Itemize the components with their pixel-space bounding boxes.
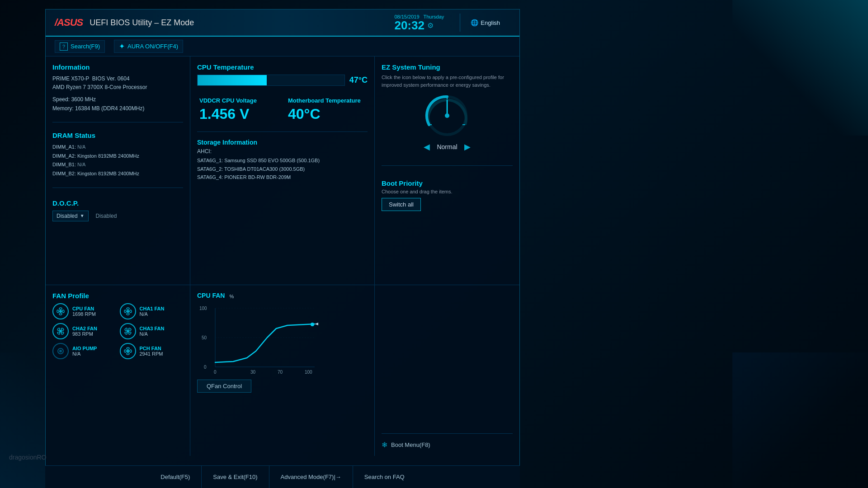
mb-temp-title: Motherboard Temperature (288, 97, 365, 104)
save-exit-button[interactable]: Save & Exit(F10) (202, 466, 269, 488)
right-panel: EZ System Tuning Click the icon below to… (375, 56, 519, 285)
fan-item-pch: PCH FAN 2941 RPM (120, 343, 184, 359)
toolbar: ? Search(F9) ✦ AURA ON/OFF(F4) (46, 37, 519, 56)
cha1-fan-name: CHA1 FAN (140, 306, 165, 311)
svg-text:0: 0 (214, 370, 217, 375)
metrics-grid: VDDCR CPU Voltage 1.456 V Motherboard Te… (197, 95, 368, 125)
docp-select[interactable]: Disabled ▼ (52, 211, 89, 221)
voltage-title: VDDCR CPU Voltage (199, 97, 277, 104)
boot-priority-desc: Choose one and drag the items. (382, 189, 513, 194)
docp-status: Disabled (96, 213, 117, 219)
fan-item-aio: AIO PUMP N/A (52, 343, 116, 359)
content-area: Information PRIME X570-P BIOS Ver. 0604 … (46, 56, 519, 456)
cpu-fan-icon (52, 303, 69, 319)
snowflake-icon: ❄ (382, 441, 387, 449)
bios-title: UEFI BIOS Utility – EZ Mode (90, 18, 394, 28)
mb-temp-block: Motherboard Temperature 40°C (286, 95, 368, 125)
storage-mode: AHCI: (197, 148, 368, 155)
docp-title: D.O.C.P. (52, 199, 183, 207)
svg-point-27 (59, 350, 62, 352)
cpu-temp-title: CPU Temperature (197, 63, 368, 71)
default-button[interactable]: Default(F5) (149, 466, 202, 488)
svg-point-7 (59, 308, 62, 310)
cpu-fan-name: CPU FAN (72, 306, 96, 311)
header-bar: /ASUS UEFI BIOS Utility – EZ Mode 08/15/… (46, 9, 519, 37)
search-faq-button[interactable]: Search on FAQ (353, 466, 416, 488)
fan-item-cpu: CPU FAN 1698 RPM (52, 303, 116, 319)
boot-menu-button[interactable]: ❄ Boot Menu(F8) (382, 441, 513, 449)
globe-icon (471, 19, 478, 26)
dram-title: DRAM Status (52, 131, 183, 139)
fan-profile-section: FAN Profile (46, 285, 190, 456)
fan-profile-title: FAN Profile (52, 292, 183, 300)
ez-tuning-section: EZ System Tuning Click the icon below to… (382, 63, 513, 152)
mb-temp-value: 40°C (288, 106, 365, 122)
gauge-mode-label: Normal (437, 143, 457, 150)
speed-info: Speed: 3600 MHz (52, 95, 183, 104)
fan-grid: CPU FAN 1698 RPM (52, 303, 183, 359)
cha3-fan-icon (120, 323, 136, 339)
svg-point-31 (127, 353, 129, 355)
fan-item-cha3: CHA3 FAN N/A (120, 323, 184, 339)
aura-icon: ✦ (119, 42, 125, 51)
qfan-control-button[interactable]: QFan Control (197, 380, 251, 393)
language-button[interactable]: English (467, 17, 504, 28)
fan-item-cha1: CHA1 FAN N/A (120, 303, 184, 319)
pch-fan-name: PCH FAN (140, 346, 163, 351)
svg-point-12 (127, 308, 129, 310)
ez-tuning-desc: Click the icon below to apply a pre-conf… (382, 74, 513, 89)
cha3-fan-info: CHA3 FAN N/A (140, 326, 165, 337)
boot-priority-section: Boot Priority Choose one and drag the it… (382, 179, 513, 211)
svg-point-13 (130, 310, 132, 313)
aio-pump-icon (52, 343, 69, 359)
cha2-fan-info: CHA2 FAN 983 RPM (72, 326, 97, 337)
board-info: PRIME X570-P BIOS Ver. 0604 (52, 75, 183, 83)
bottom-section: FAN Profile (46, 285, 519, 456)
storage-item-2: SATA6G_2: TOSHIBA DT01ACA300 (3000.5GB) (197, 165, 368, 174)
fan-item-cha2: CHA2 FAN 983 RPM (52, 323, 116, 339)
svg-point-44 (311, 323, 314, 326)
svg-point-29 (127, 347, 129, 349)
mid-separator (197, 131, 368, 132)
svg-text:100: 100 (199, 306, 207, 311)
aio-pump-info: AIO PUMP N/A (72, 346, 97, 357)
storage-section: Storage Information AHCI: SATA6G_1: Sams… (197, 139, 368, 182)
settings-icon[interactable] (427, 21, 434, 30)
memory-info: Memory: 16384 MB (DDR4 2400MHz) (52, 104, 183, 113)
temp-bar-fill (198, 75, 267, 85)
gauge-next-button[interactable]: ▶ (464, 142, 471, 152)
cpu-temp-value: 47°C (349, 75, 368, 85)
info-section: Information PRIME X570-P BIOS Ver. 0604 … (52, 63, 183, 113)
pch-fan-icon (120, 343, 136, 359)
search-button[interactable]: ? Search(F9) (55, 40, 105, 53)
footer-bar: Default(F5) Save & Exit(F10) Advanced Mo… (45, 465, 520, 488)
cpu-temp-bar: 47°C (197, 75, 368, 86)
storage-title: Storage Information (197, 139, 368, 146)
svg-text:70: 70 (278, 370, 283, 375)
left-panel: Information PRIME X570-P BIOS Ver. 0604 … (46, 56, 190, 285)
separator-1 (52, 122, 183, 122)
switch-all-button[interactable]: Switch all (382, 198, 421, 211)
bios-window: /ASUS UEFI BIOS Utility – EZ Mode 08/15/… (45, 9, 520, 479)
separator-2 (52, 188, 183, 188)
info-title: Information (52, 63, 183, 71)
performance-gauge[interactable] (425, 93, 470, 138)
cpu-fan-info: CPU FAN 1698 RPM (72, 306, 96, 317)
cha1-fan-info: CHA1 FAN N/A (140, 306, 165, 317)
cha3-fan-rpm: N/A (140, 331, 165, 337)
gauge-prev-button[interactable]: ◀ (424, 142, 430, 152)
svg-point-14 (127, 313, 129, 315)
dram-b2: DIMM_B2: Kingston 8192MB 2400MHz (52, 169, 183, 178)
username-watermark: dragosionRO (9, 454, 47, 461)
svg-point-16 (59, 330, 62, 333)
storage-item-1: SATA6G_1: Samsung SSD 850 EVO 500GB (500… (197, 156, 368, 165)
aura-button[interactable]: ✦ AURA ON/OFF(F4) (114, 40, 183, 53)
cha3-fan-name: CHA3 FAN (140, 326, 165, 331)
svg-point-32 (124, 350, 126, 352)
pch-fan-info: PCH FAN 2941 RPM (140, 346, 163, 357)
cpu-info: AMD Ryzen 7 3700X 8-Core Processor (52, 83, 183, 92)
right-bottom-separator (382, 433, 513, 434)
svg-point-30 (130, 350, 132, 352)
advanced-mode-button[interactable]: Advanced Mode(F7)|→ (269, 466, 353, 488)
right-separator (382, 165, 513, 166)
